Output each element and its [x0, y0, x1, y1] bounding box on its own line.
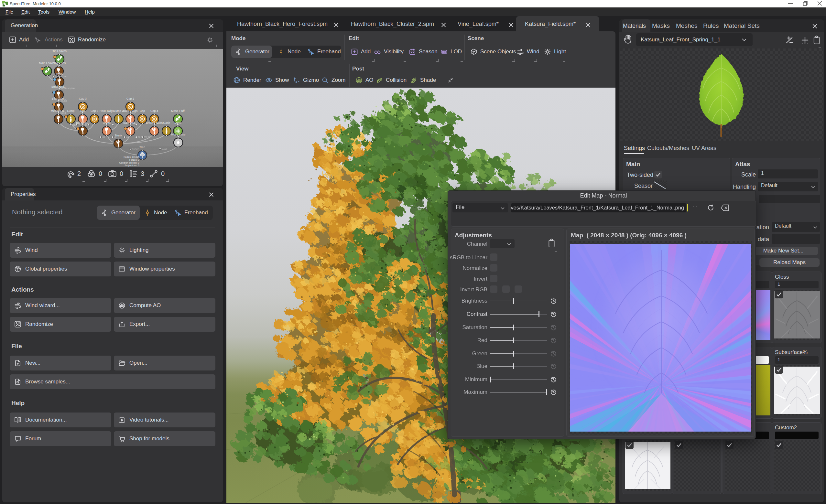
svg-text:73,402: 73,402 [61, 75, 68, 78]
svg-text:Bare Bra...: Bare Bra... [123, 121, 137, 124]
svg-text:Bifurcatin...: Bifurcatin... [51, 97, 66, 100]
svg-text:Nub: Nub [80, 109, 86, 113]
svg-text:Branch Nubs: Branch Nubs [146, 121, 163, 124]
svg-text:Cap 5: Cap 5 [91, 109, 98, 113]
svg-text:Root Twigs: Root Twigs [100, 109, 114, 113]
svg-text:Big Bea....: Big Bea.... [76, 121, 90, 124]
svg-text:80 88,332 81: 80 88,332 81 [138, 136, 151, 138]
svg-text:Cap 4: Cap 4 [151, 109, 158, 113]
svg-text:Lump 2: Lump 2 [114, 109, 124, 113]
svg-text:Roots: Roots [103, 121, 111, 124]
svg-text:Lump: Lump [67, 109, 75, 113]
svg-text:Twigs Tips: Twigs Tips [52, 61, 66, 65]
svg-text:Forces: 2: Forces: 2 [129, 159, 139, 161]
svg-text:Nodes: 10,305: Nodes: 10,305 [124, 155, 139, 159]
svg-text:Moss Base: Moss Base [171, 133, 186, 136]
svg-text:Medium B...: Medium B... [51, 109, 66, 113]
svg-text:Cap 2: Cap 2 [126, 97, 134, 100]
svg-text:Tip Leaves: Tip Leaves [52, 50, 67, 53]
svg-text:Gash: Gash [163, 121, 170, 124]
svg-text:Cap 3: Cap 3 [79, 97, 87, 100]
svg-text:Bare Twigs: Bare Twigs [123, 109, 138, 113]
svg-text:88: 88 [103, 136, 105, 138]
svg-text:Trunk: Trunk [115, 134, 122, 137]
svg-text:Twigs: Twigs [56, 72, 63, 75]
svg-text:Cap: Cap [140, 109, 145, 113]
svg-text:Small Bra...: Small Bra... [51, 85, 67, 88]
svg-text:Moss: Moss [174, 121, 181, 124]
svg-text:Projections: 3: Projections: 3 [125, 164, 139, 167]
svg-text:83: 83 [126, 136, 129, 138]
svg-text:Moss Fluff: Moss Fluff [171, 109, 185, 113]
